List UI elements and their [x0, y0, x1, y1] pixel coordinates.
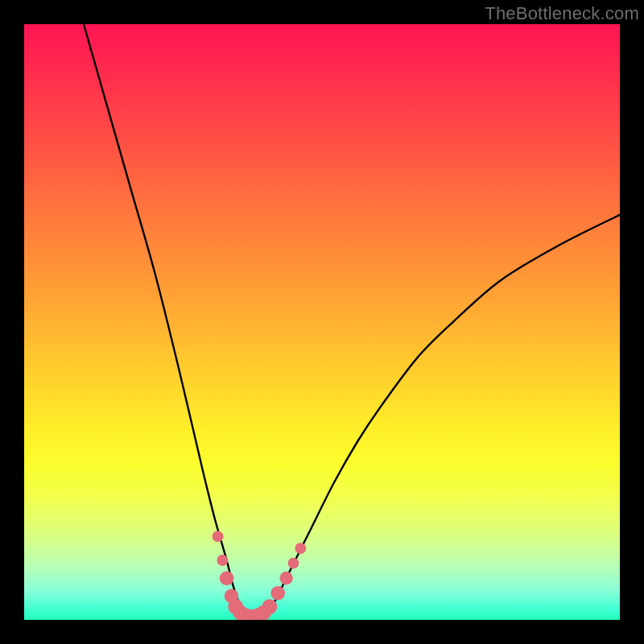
marker-dot [270, 586, 285, 601]
bottleneck-curve [84, 24, 620, 620]
marker-dot [220, 571, 234, 585]
chart-frame: TheBottleneck.com [0, 0, 644, 644]
watermark-text: TheBottleneck.com [485, 3, 639, 24]
curve-layer [24, 24, 620, 620]
curve-markers [213, 530, 307, 620]
marker-dot [279, 572, 292, 584]
plot-area [24, 24, 620, 620]
marker-dot [295, 543, 306, 554]
marker-dot [288, 558, 299, 569]
marker-dot [262, 599, 277, 614]
marker-dot [213, 530, 224, 542]
marker-dot [217, 555, 229, 566]
